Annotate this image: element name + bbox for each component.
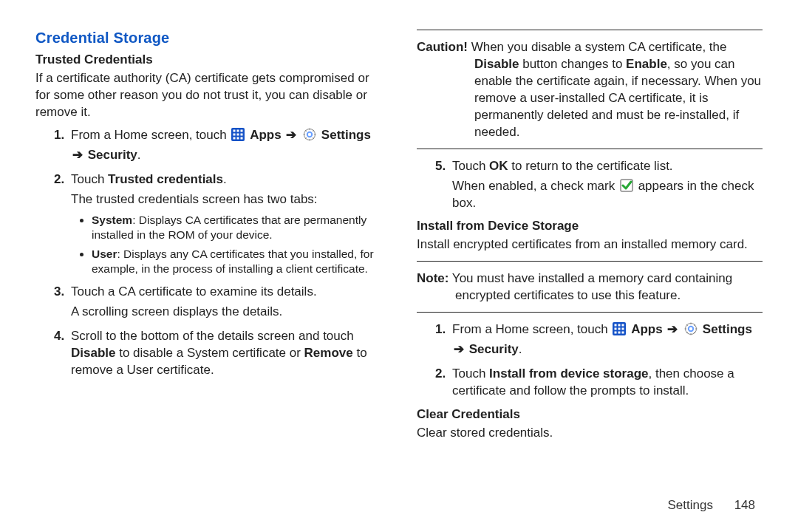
note-label: Note:	[417, 271, 449, 285]
trusted-steps: From a Home screen, touch Apps ➔	[35, 127, 381, 379]
step1-prefix: From a Home screen, touch	[71, 128, 230, 142]
system-tab-desc: System: Displays CA certificates that ar…	[92, 213, 381, 242]
step2-line2: The trusted credentials screen has two t…	[71, 191, 381, 208]
install-from-device-label: Install from device storage	[489, 366, 648, 381]
period: .	[223, 172, 227, 186]
svg-rect-9	[241, 137, 243, 139]
svg-rect-5	[237, 133, 239, 135]
period: .	[519, 342, 522, 356]
note-text: Note: You must have installed a memory c…	[417, 270, 763, 304]
svg-rect-8	[237, 137, 239, 139]
install-steps: From a Home screen, touch Apps ➔	[417, 321, 763, 400]
apps-label: Apps	[631, 322, 663, 336]
settings-label: Settings	[321, 128, 371, 142]
note-body: You must have installed a memory card co…	[449, 271, 732, 302]
trusted-intro: If a certificate authority (CA) certific…	[35, 70, 381, 121]
rule-note-top	[417, 261, 763, 262]
trusted-credentials-label: Trusted credentials	[108, 172, 223, 186]
user-label: User	[92, 248, 117, 260]
step4-a: Scroll to the bottom of the details scre…	[71, 329, 354, 343]
rule-note-bottom	[417, 312, 763, 313]
ok-word: OK	[489, 159, 508, 173]
caution-text: Caution! When you disable a system CA ce…	[417, 39, 763, 141]
caution-b: button changes to	[519, 57, 626, 71]
step4-b: to disable a System certificate or	[115, 346, 304, 360]
install-s2-a: Touch	[452, 366, 489, 381]
svg-rect-23	[618, 324, 621, 327]
trusted-step-5: Touch OK to return to the certificate li…	[449, 158, 763, 212]
svg-rect-3	[241, 129, 243, 132]
svg-rect-30	[622, 332, 624, 334]
apps-grid-icon	[231, 128, 245, 141]
section-title: Credential Storage	[35, 30, 381, 47]
step3-line2: A scrolling screen displays the details.	[71, 304, 381, 321]
step5-a: Touch	[452, 159, 489, 173]
svg-rect-7	[233, 137, 236, 139]
gear-icon	[303, 128, 316, 141]
caution-block: Caution! When you disable a system CA ce…	[417, 30, 763, 149]
disable-word: Disable	[474, 57, 519, 71]
apps-label: Apps	[250, 128, 282, 142]
security-label: Security	[88, 148, 137, 162]
clear-heading: Clear Credentials	[417, 407, 763, 422]
enable-word: Enable	[626, 57, 667, 71]
rule-bottom	[417, 149, 763, 149]
trusted-steps-cont: Touch OK to return to the certificate li…	[417, 158, 763, 212]
period: .	[137, 148, 141, 162]
note-block: Note: You must have installed a memory c…	[417, 261, 763, 313]
security-label: Security	[469, 342, 519, 356]
svg-rect-28	[615, 332, 617, 334]
caution-a: When you disable a system CA certificate…	[468, 40, 727, 54]
svg-rect-22	[615, 324, 617, 327]
step5-l2a: When enabled, a check mark	[452, 179, 618, 193]
step5-line2: When enabled, a check mark appears in th…	[452, 178, 763, 212]
content-columns: Credential Storage Trusted Credentials I…	[35, 30, 763, 488]
footer-section: Settings	[667, 498, 712, 512]
svg-rect-24	[622, 324, 624, 327]
user-tab-desc: User: Displays any CA certificates that …	[92, 247, 381, 276]
trusted-step-3: Touch a CA certificate to examine its de…	[68, 284, 381, 321]
gear-icon	[684, 322, 698, 335]
install-step-1: From a Home screen, touch Apps ➔	[449, 321, 763, 358]
trusted-heading: Trusted Credentials	[35, 52, 381, 67]
trusted-step-1: From a Home screen, touch Apps ➔	[68, 127, 381, 164]
disable-word: Disable	[71, 346, 115, 360]
remove-word: Remove	[304, 346, 353, 360]
svg-rect-4	[233, 133, 236, 135]
apps-grid-icon	[613, 322, 626, 335]
trusted-step-4: Scroll to the bottom of the details scre…	[68, 328, 381, 379]
caution-label: Caution!	[417, 40, 468, 54]
arrow-icon: ➔	[454, 342, 468, 356]
svg-rect-2	[237, 129, 239, 132]
svg-rect-25	[615, 328, 617, 330]
install-heading: Install from Device Storage	[417, 219, 763, 233]
page-number: 148	[734, 498, 755, 512]
step5-b: to return to the certificate list.	[508, 159, 673, 173]
page-footer: Settings 148	[667, 498, 755, 513]
step2-prefix: Touch	[71, 172, 108, 186]
step3-line1: Touch a CA certificate to examine its de…	[71, 284, 317, 299]
svg-rect-27	[622, 328, 624, 330]
rule-top	[417, 30, 763, 30]
settings-label: Settings	[703, 322, 752, 336]
arrow-icon: ➔	[72, 148, 86, 162]
svg-rect-1	[233, 129, 236, 132]
system-text: : Displays CA certificates that are perm…	[92, 214, 366, 241]
system-label: System	[92, 214, 132, 226]
tabs-list: System: Displays CA certificates that ar…	[71, 213, 381, 277]
svg-point-40	[689, 327, 693, 331]
install-s1-prefix: From a Home screen, touch	[452, 322, 611, 336]
trusted-step-2: Touch Trusted credentials. The trusted c…	[68, 171, 381, 276]
clear-text: Clear stored credentials.	[417, 425, 763, 442]
user-text: : Displays any CA certificates that you …	[92, 248, 374, 275]
checkmark-icon	[620, 179, 633, 192]
install-step-2: Touch Install from device storage, then …	[449, 366, 763, 400]
svg-point-19	[307, 132, 312, 137]
svg-rect-29	[618, 332, 621, 334]
svg-rect-6	[241, 133, 243, 135]
install-intro: Install encrypted certificates from an i…	[417, 236, 763, 253]
svg-rect-26	[618, 328, 621, 330]
arrow-icon: ➔	[286, 128, 296, 142]
arrow-icon: ➔	[667, 322, 678, 336]
page: Credential Storage Trusted Credentials I…	[0, 0, 798, 532]
